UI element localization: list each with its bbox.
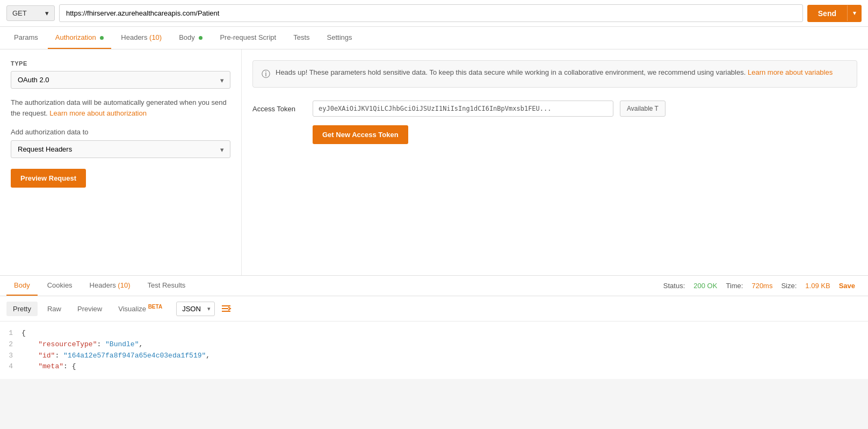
size-label: Size:	[781, 282, 797, 290]
alert-icon: ⓘ	[262, 68, 270, 81]
tab-tests[interactable]: Tests	[286, 27, 317, 49]
alert-text: Heads up! These parameters hold sensitiv…	[276, 67, 833, 78]
tab-body[interactable]: Body	[171, 27, 210, 49]
code-line-3: 3 "id": "164a12e57fa8f947a65e4c03eda1f51…	[0, 351, 868, 362]
left-panel: TYPE OAuth 2.0 No Auth API Key Bearer To…	[0, 49, 242, 275]
learn-more-variables-link[interactable]: Learn more about variables	[748, 68, 833, 76]
format-select-wrapper: JSON XML HTML Text	[176, 302, 215, 316]
add-to-wrapper: Request Headers Query Params	[11, 140, 230, 158]
code-line-4: 4 "meta": {	[0, 361, 868, 373]
response-tab-headers[interactable]: Headers (10)	[82, 276, 138, 296]
tab-authorization[interactable]: Authorization	[48, 27, 112, 49]
main-content: TYPE OAuth 2.0 No Auth API Key Bearer To…	[0, 49, 868, 275]
send-label: Send	[807, 5, 847, 22]
line-number: 2	[0, 339, 21, 351]
response-tab-cookies[interactable]: Cookies	[40, 276, 80, 296]
method-dropdown-icon: ▾	[45, 9, 49, 17]
send-dropdown-icon[interactable]: ▾	[847, 5, 862, 21]
resp-tab-raw[interactable]: Raw	[41, 302, 68, 316]
line-number: 1	[0, 328, 21, 339]
auth-type-select[interactable]: OAuth 2.0 No Auth API Key Bearer Token B…	[11, 71, 230, 89]
bottom-tabs: Body Cookies Headers (10) Test Results	[6, 276, 193, 296]
beta-badge: BETA	[148, 304, 162, 310]
auth-description: The authorization data will be automatic…	[11, 97, 230, 118]
authorization-dot	[100, 36, 104, 40]
wrap-icon[interactable]	[218, 301, 234, 317]
tab-pre-request-script[interactable]: Pre-request Script	[212, 27, 284, 49]
status-label: Status:	[663, 282, 685, 290]
response-tab-test-results[interactable]: Test Results	[140, 276, 193, 296]
access-token-input[interactable]	[313, 101, 613, 117]
response-tab-body[interactable]: Body	[6, 276, 38, 296]
preview-request-button[interactable]: Preview Request	[11, 169, 86, 188]
tab-headers[interactable]: Headers (10)	[113, 27, 169, 49]
size-value: 1.09 KB	[805, 282, 830, 290]
format-select[interactable]: JSON XML HTML Text	[176, 302, 215, 316]
resp-tab-pretty[interactable]: Pretty	[6, 302, 38, 316]
type-label: TYPE	[11, 60, 230, 67]
learn-more-link[interactable]: Learn more about authorization	[49, 109, 147, 117]
code-line-1: 1 {	[0, 328, 868, 339]
resp-tab-preview[interactable]: Preview	[71, 302, 108, 316]
tab-params[interactable]: Params	[6, 27, 46, 49]
add-to-label: Add authorization data to	[11, 128, 230, 136]
get-new-access-token-button[interactable]: Get New Access Token	[313, 125, 408, 144]
time-label: Time:	[726, 282, 743, 290]
bottom-section: Body Cookies Headers (10) Test Results S…	[0, 275, 868, 379]
code-line-2: 2 "resourceType": "Bundle",	[0, 339, 868, 351]
response-code: 1 { 2 "resourceType": "Bundle", 3 "id": …	[0, 321, 868, 379]
request-tabs: Params Authorization Headers (10) Body P…	[0, 27, 868, 49]
status-bar: Status: 200 OK Time: 720ms Size: 1.09 KB…	[657, 276, 862, 295]
access-token-row: Access Token Available T	[252, 101, 857, 117]
save-button[interactable]: Save	[839, 282, 855, 290]
response-tabs-bar: Body Cookies Headers (10) Test Results S…	[0, 276, 868, 296]
body-dot	[199, 36, 202, 40]
method-label: GET	[12, 9, 27, 17]
alert-box: ⓘ Heads up! These parameters hold sensit…	[252, 60, 857, 88]
line-number: 4	[0, 361, 21, 373]
tab-settings[interactable]: Settings	[320, 27, 360, 49]
resp-tab-visualize[interactable]: Visualize BETA	[112, 301, 169, 316]
right-panel: ⓘ Heads up! These parameters hold sensit…	[242, 49, 868, 275]
auth-type-wrapper: OAuth 2.0 No Auth API Key Bearer Token B…	[11, 71, 230, 89]
method-selector[interactable]: GET ▾	[6, 5, 55, 21]
line-number: 3	[0, 351, 21, 362]
top-bar: GET ▾ Send ▾	[0, 0, 868, 27]
status-value: 200 OK	[693, 282, 717, 290]
url-input[interactable]	[59, 4, 803, 22]
send-button[interactable]: Send ▾	[807, 5, 862, 22]
response-format-toolbar: Pretty Raw Preview Visualize BETA JSON X…	[0, 296, 868, 321]
get-token-area: Get New Access Token	[252, 125, 857, 144]
time-value: 720ms	[751, 282, 772, 290]
available-tokens-button[interactable]: Available T	[620, 101, 666, 117]
add-to-select[interactable]: Request Headers Query Params	[11, 140, 230, 158]
access-token-label: Access Token	[252, 105, 306, 113]
